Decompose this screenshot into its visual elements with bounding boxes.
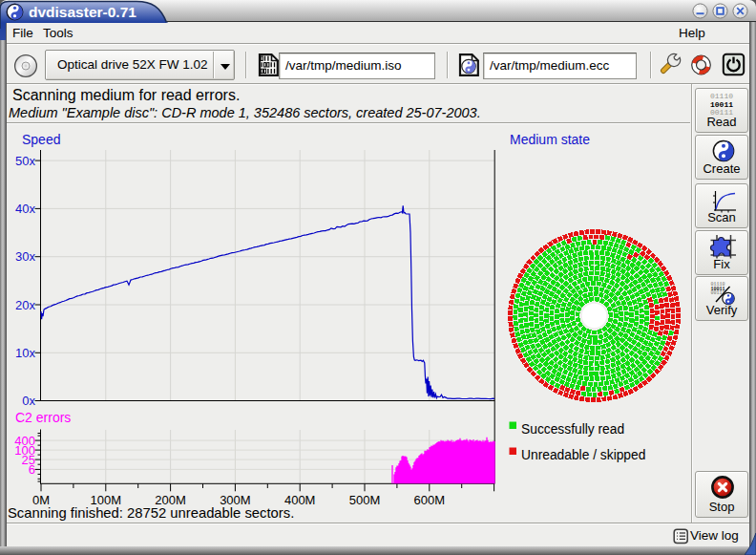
svg-text:Speed: Speed: [22, 132, 60, 147]
svg-text:10x: 10x: [15, 346, 35, 360]
svg-text:600M: 600M: [414, 493, 446, 507]
svg-text:50x: 50x: [15, 154, 35, 168]
svg-text:6: 6: [29, 462, 35, 477]
svg-text:Scanning finished: 28752 unrea: Scanning finished: 28752 unreadable sect…: [8, 505, 294, 521]
svg-text:Unreadable / skipped: Unreadable / skipped: [521, 448, 645, 462]
svg-text:C2 errors: C2 errors: [15, 410, 71, 425]
svg-text:0x: 0x: [22, 394, 35, 408]
svg-text:40x: 40x: [15, 202, 35, 216]
svg-text:20x: 20x: [15, 298, 35, 312]
svg-text:Successfully read: Successfully read: [521, 422, 624, 437]
svg-text:30x: 30x: [15, 249, 35, 264]
svg-text:500M: 500M: [349, 493, 381, 507]
svg-text:Medium state: Medium state: [510, 132, 590, 147]
svg-text:dvdisaster-0.71: dvdisaster-0.71: [29, 4, 136, 20]
